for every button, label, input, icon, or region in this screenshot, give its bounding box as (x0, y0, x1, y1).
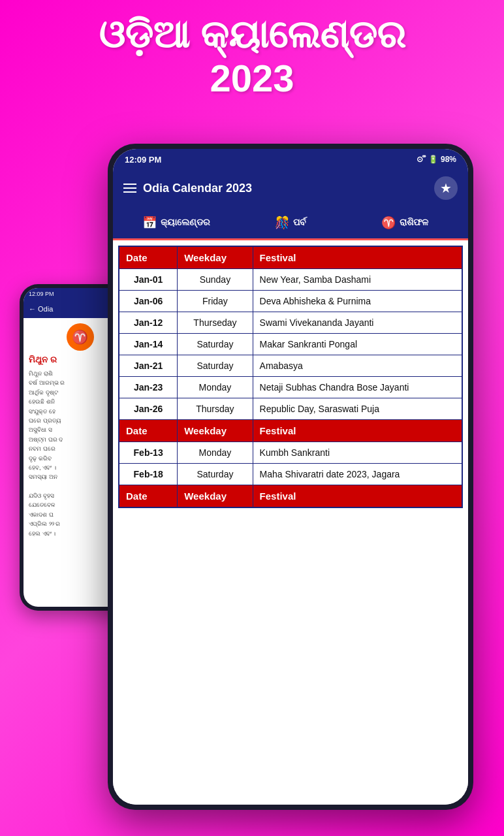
weekday-cell: Thursday (178, 398, 253, 420)
menu-icon[interactable] (123, 184, 136, 193)
battery-percent: 98% (441, 155, 456, 164)
app-main-title: ଓଡ଼ିଆ କ୍ୟାଲେଣ୍ଡର 2023 (0, 7, 504, 106)
table-row: Jan-01 Sunday New Year, Samba Dashami (119, 269, 462, 291)
table-row: Feb-13 Monday Kumbh Sankranti (119, 442, 462, 464)
col-festival-header: Festival (253, 246, 462, 269)
col-weekday-header: Weekday (178, 246, 253, 269)
festival-cell: Kumbh Sankranti (253, 442, 462, 464)
weekday-cell: Monday (178, 377, 253, 398)
bg-status-time: 12:09 PM (29, 291, 54, 297)
tab-horoscope[interactable]: ♈ ରାଶିଫଳ (347, 210, 462, 235)
festival-cell: Maha Shivaratri date 2023, Jagara (253, 464, 462, 485)
table-row: Jan-14 Saturday Makar Sankranti Pongal (119, 334, 462, 355)
date-cell: Feb-18 (119, 464, 178, 485)
date-cell: Jan-01 (119, 269, 178, 291)
battery-icon: 🔋 (428, 155, 438, 164)
table-header-row: Date Weekday Festival (119, 246, 462, 269)
table-row: Feb-18 Saturday Maha Shivaratri date 202… (119, 464, 462, 485)
col-date-header-3: Date (119, 485, 178, 508)
navigation-tabs: 📅 କ୍ୟାଲେଣ୍ଡର 🎊 ପର୍ବ ♈ ରାଶିଫଳ (113, 206, 468, 240)
tab-calendar[interactable]: 📅 କ୍ୟାଲେଣ୍ଡର (119, 210, 234, 235)
title-line2: 2023 (13, 57, 491, 101)
table-section-header-row: Date Weekday Festival (119, 420, 462, 442)
col-weekday-header-2: Weekday (178, 420, 253, 442)
col-date-header-2: Date (119, 420, 178, 442)
app-bar-title: Odia Calendar 2023 (143, 182, 252, 195)
wifi-icon: ⊙ (417, 155, 423, 164)
table-row: Jan-06 Friday Deva Abhisheka & Purnima (119, 291, 462, 312)
col-festival-header-3: Festival (253, 485, 462, 508)
festival-cell: New Year, Samba Dashami (253, 269, 462, 291)
col-weekday-header-3: Weekday (178, 485, 253, 508)
col-date-header: Date (119, 246, 178, 269)
date-cell: Jan-12 (119, 312, 178, 334)
date-cell: Jan-21 (119, 355, 178, 377)
tab-festival[interactable]: 🎊 ପର୍ବ (234, 210, 348, 235)
tab-calendar-label: କ୍ୟାଲେଣ୍ଡର (161, 217, 210, 228)
status-icons: ⊙ ᪲ 🔋 98% (417, 155, 456, 164)
weekday-cell: Monday (178, 442, 253, 464)
festival-cell: Amabasya (253, 355, 462, 377)
date-cell: Jan-26 (119, 398, 178, 420)
weekday-cell: Sunday (178, 269, 253, 291)
date-cell: Jan-06 (119, 291, 178, 312)
status-time: 12:09 PM (125, 155, 161, 165)
date-cell: Jan-14 (119, 334, 178, 355)
festival-cell: Makar Sankranti Pongal (253, 334, 462, 355)
festival-cell: Deva Abhisheka & Purnima (253, 291, 462, 312)
calendar-icon: 📅 (142, 216, 157, 230)
date-cell: Feb-13 (119, 442, 178, 464)
date-cell: Jan-23 (119, 377, 178, 398)
bg-back-label: ← Odia (29, 305, 53, 313)
col-festival-header-2: Festival (253, 420, 462, 442)
tab-festival-label: ପର୍ବ (293, 217, 306, 228)
phone-screen: 12:09 PM ⊙ ᪲ 🔋 98% Odia Calendar 2023 ★ (113, 149, 468, 805)
festival-cell: Swami Vivekananda Jayanti (253, 312, 462, 334)
weekday-cell: Thurseday (178, 312, 253, 334)
festival-icon: 🎊 (275, 216, 289, 230)
weekday-cell: Saturday (178, 464, 253, 485)
favorite-button[interactable]: ★ (434, 176, 458, 200)
weekday-cell: Saturday (178, 355, 253, 377)
table-row: Jan-12 Thurseday Swami Vivekananda Jayan… (119, 312, 462, 334)
table-row: Jan-26 Thursday Republic Day, Saraswati … (119, 398, 462, 420)
table-row: Jan-23 Monday Netaji Subhas Chandra Bose… (119, 377, 462, 398)
app-bar: Odia Calendar 2023 ★ (113, 170, 468, 206)
festival-table: Date Weekday Festival Jan-01 Sunday New … (118, 246, 463, 508)
title-line1: ଓଡ଼ିଆ କ୍ୟାଲେଣ୍ଡର (13, 13, 491, 57)
table-row: Jan-21 Saturday Amabasya (119, 355, 462, 377)
festival-cell: Republic Day, Saraswati Puja (253, 398, 462, 420)
table-section-header-row-3: Date Weekday Festival (119, 485, 462, 508)
festival-cell: Netaji Subhas Chandra Bose Jayanti (253, 377, 462, 398)
weekday-cell: Saturday (178, 334, 253, 355)
calendar-content[interactable]: Date Weekday Festival Jan-01 Sunday New … (113, 240, 468, 805)
main-phone-mockup: 12:09 PM ⊙ ᪲ 🔋 98% Odia Calendar 2023 ★ (108, 144, 473, 810)
tab-horoscope-label: ରାଶିଫଳ (400, 217, 428, 228)
weekday-cell: Friday (178, 291, 253, 312)
aries-icon: ♈ (67, 323, 94, 351)
horoscope-icon: ♈ (381, 216, 396, 230)
app-bar-left: Odia Calendar 2023 (123, 182, 252, 195)
status-bar: 12:09 PM ⊙ ᪲ 🔋 98% (113, 149, 468, 170)
